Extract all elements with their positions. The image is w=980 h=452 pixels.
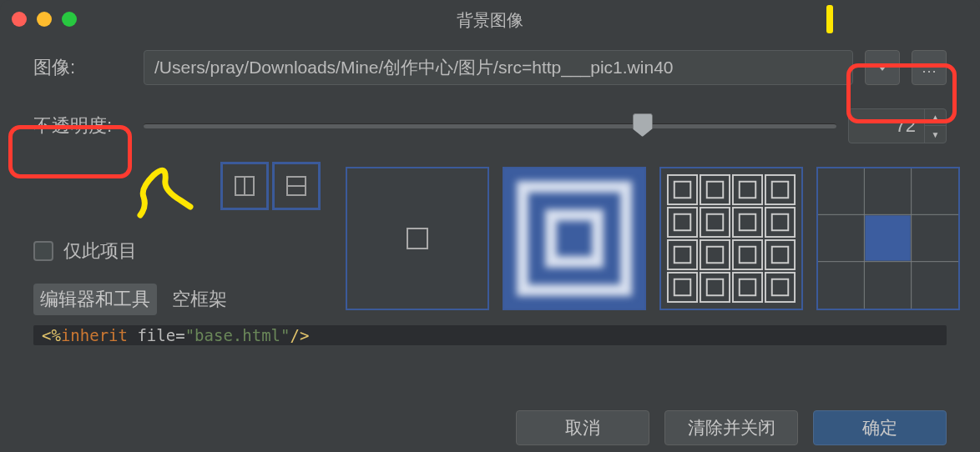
only-this-project-checkbox[interactable] bbox=[33, 241, 53, 261]
flip-vertical-icon bbox=[285, 174, 308, 198]
svg-rect-10 bbox=[666, 173, 796, 304]
square-icon bbox=[405, 226, 430, 251]
svg-rect-5 bbox=[407, 229, 427, 249]
scale-icon bbox=[516, 180, 633, 297]
window-maximize-button[interactable] bbox=[62, 12, 77, 27]
cancel-button[interactable]: 取消 bbox=[516, 410, 649, 445]
opacity-spinner[interactable]: 72 ▲ ▼ bbox=[848, 108, 947, 143]
placement-grid[interactable] bbox=[816, 167, 960, 310]
fill-scale-option[interactable] bbox=[503, 167, 646, 310]
clear-and-close-button[interactable]: 清除并关闭 bbox=[664, 410, 798, 445]
opacity-slider[interactable] bbox=[144, 123, 836, 128]
ok-button[interactable]: 确定 bbox=[813, 410, 947, 445]
window-close-button[interactable] bbox=[12, 12, 27, 27]
code-token: /> bbox=[290, 326, 310, 344]
fill-tile-option[interactable] bbox=[659, 167, 803, 310]
placement-grid-icon bbox=[818, 168, 958, 309]
svg-rect-6 bbox=[523, 187, 626, 290]
tile-icon bbox=[666, 172, 796, 305]
image-label: 图像: bbox=[33, 55, 132, 80]
opacity-spinner-up[interactable]: ▲ bbox=[925, 109, 946, 126]
window-minimize-button[interactable] bbox=[37, 12, 52, 27]
code-token: " bbox=[185, 326, 194, 344]
only-this-project-label: 仅此项目 bbox=[63, 239, 137, 264]
svg-rect-15 bbox=[865, 215, 910, 260]
chevron-down-icon bbox=[876, 63, 888, 72]
image-path-value: /Users/pray/Downloads/Mine/创作中心/图片/src=h… bbox=[154, 51, 674, 84]
flip-horizontal-icon bbox=[233, 174, 256, 198]
svg-rect-7 bbox=[551, 215, 598, 262]
ellipsis-icon: … bbox=[922, 58, 937, 77]
titlebar: 背景图像 bbox=[0, 0, 980, 40]
opacity-label: 不透明度: bbox=[33, 113, 132, 138]
image-path-browse[interactable]: … bbox=[912, 50, 947, 85]
code-token: base.html bbox=[194, 326, 280, 344]
code-token: <% bbox=[42, 326, 61, 344]
opacity-spinner-down[interactable]: ▼ bbox=[925, 126, 946, 143]
tab-empty-frame[interactable]: 空框架 bbox=[165, 284, 234, 315]
flip-vertical-button[interactable] bbox=[272, 162, 321, 210]
tab-editor-and-tools[interactable]: 编辑器和工具 bbox=[33, 284, 157, 315]
svg-marker-0 bbox=[876, 63, 888, 71]
code-token: inherit bbox=[61, 326, 128, 344]
code-token: = bbox=[175, 326, 184, 344]
opacity-slider-thumb[interactable] bbox=[633, 113, 653, 137]
image-path-dropdown[interactable] bbox=[865, 50, 900, 85]
image-path-input[interactable]: /Users/pray/Downloads/Mine/创作中心/图片/src=h… bbox=[144, 50, 853, 85]
code-preview: <%inherit file="base.html"/> bbox=[33, 325, 947, 345]
code-token: " bbox=[280, 326, 290, 344]
flip-horizontal-button[interactable] bbox=[220, 162, 269, 210]
fill-plain-option[interactable] bbox=[346, 167, 489, 310]
opacity-value: 72 bbox=[849, 115, 924, 137]
window-title: 背景图像 bbox=[457, 9, 523, 32]
code-token: file bbox=[137, 326, 175, 344]
annotation-marker-1 bbox=[826, 5, 833, 33]
